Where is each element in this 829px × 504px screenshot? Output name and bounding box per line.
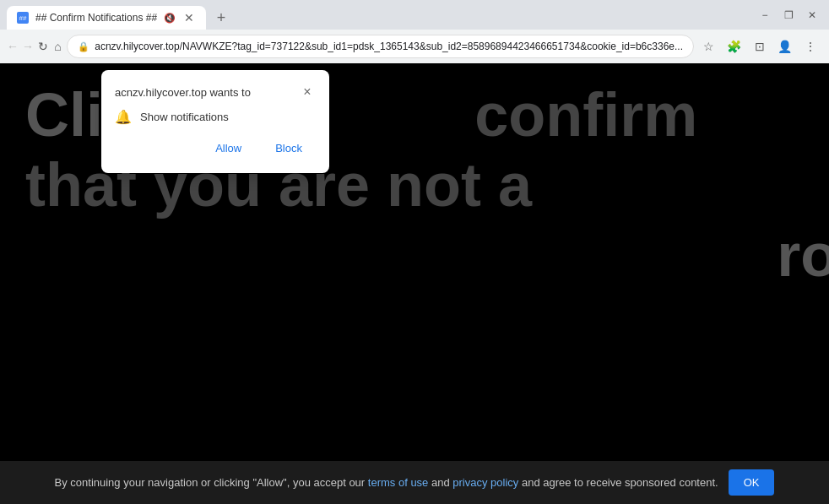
ok-button[interactable]: OK xyxy=(729,469,775,496)
popup-message-text: Show notifications xyxy=(140,111,229,123)
bottom-text-after-label: and agree to receive sponsored content. xyxy=(522,476,718,489)
title-bar: ## ## Confirm Notifications ## 🔇 ✕ + − ❐… xyxy=(0,0,829,30)
tab-close-button[interactable]: ✕ xyxy=(182,11,196,24)
popup-header: acnzv.hilycover.top wants to × xyxy=(115,84,316,100)
popup-close-button[interactable]: × xyxy=(299,84,316,100)
page-content: Click confirm that you are not a robot! … xyxy=(0,63,829,504)
bottom-text-before: By continuing your navigation or clickin… xyxy=(55,476,366,489)
page-text-robot: robot! xyxy=(25,221,829,289)
allow-button[interactable]: Allow xyxy=(202,137,255,160)
minimize-button[interactable]: − xyxy=(755,5,775,25)
browser-window: ## ## Confirm Notifications ## 🔇 ✕ + − ❐… xyxy=(0,0,829,504)
profile-button[interactable]: 👤 xyxy=(773,35,797,58)
bookmark-button[interactable]: ☆ xyxy=(697,35,721,58)
window-controls: − ❐ ✕ xyxy=(755,5,822,25)
home-button[interactable]: ⌂ xyxy=(52,35,64,58)
notification-popup: acnzv.hilycover.top wants to × 🔔 Show no… xyxy=(101,70,329,173)
nav-actions: ☆ 🧩 ⊡ 👤 ⋮ xyxy=(697,35,822,58)
terms-link[interactable]: terms of use xyxy=(368,476,429,489)
bell-icon: 🔔 xyxy=(115,109,132,125)
bottom-bar: By continuing your navigation or clickin… xyxy=(0,461,829,504)
cast-button[interactable]: ⊡ xyxy=(748,35,772,58)
bottom-bar-text: By continuing your navigation or clickin… xyxy=(55,476,718,489)
refresh-button[interactable]: ↻ xyxy=(37,35,49,58)
forward-button[interactable]: → xyxy=(22,35,34,58)
lock-icon: 🔒 xyxy=(78,41,89,52)
tab-audio-icon[interactable]: 🔇 xyxy=(164,13,176,24)
new-tab-button[interactable]: + xyxy=(209,6,233,30)
back-button[interactable]: ← xyxy=(7,35,19,58)
menu-button[interactable]: ⋮ xyxy=(799,35,822,58)
block-button[interactable]: Block xyxy=(262,137,316,160)
tab-title: ## Confirm Notifications ## xyxy=(35,12,157,24)
close-button[interactable]: ✕ xyxy=(802,5,822,25)
tab-favicon: ## xyxy=(17,12,29,24)
popup-body: 🔔 Show notifications xyxy=(115,109,316,125)
popup-site-text: acnzv.hilycover.top wants to xyxy=(115,86,251,99)
popup-buttons: Allow Block xyxy=(115,137,316,160)
maximize-button[interactable]: ❐ xyxy=(778,5,799,25)
url-display: acnzv.hilycover.top/NAVWKZE?tag_id=73712… xyxy=(95,41,683,52)
active-tab[interactable]: ## ## Confirm Notifications ## 🔇 ✕ xyxy=(7,6,206,30)
tab-bar: ## ## Confirm Notifications ## 🔇 ✕ + xyxy=(7,0,748,30)
address-bar[interactable]: 🔒 acnzv.hilycover.top/NAVWKZE?tag_id=737… xyxy=(67,35,694,58)
privacy-link[interactable]: privacy policy xyxy=(452,476,518,489)
extensions-button[interactable]: 🧩 xyxy=(723,35,746,58)
bottom-and-label: and xyxy=(431,476,450,489)
nav-bar: ← → ↻ ⌂ 🔒 acnzv.hilycover.top/NAVWKZE?ta… xyxy=(0,30,829,63)
